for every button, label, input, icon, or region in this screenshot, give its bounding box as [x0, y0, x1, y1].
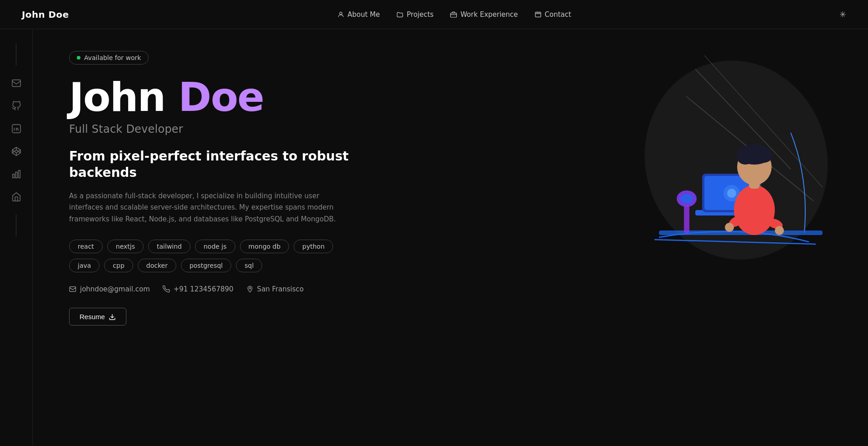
- svg-rect-33: [684, 205, 689, 233]
- mail-icon[interactable]: [11, 78, 21, 88]
- github-icon[interactable]: [11, 101, 21, 111]
- sidebar-top-divider: [16, 44, 16, 65]
- hero-desc: As a passionate full-stack developer, I …: [69, 190, 351, 226]
- hero-illustration: [614, 42, 832, 260]
- tag-mongodb: mongo db: [240, 240, 289, 253]
- linkedin-icon[interactable]: [11, 124, 21, 134]
- navbar-logo: John Doe: [22, 9, 69, 20]
- download-icon: [109, 313, 116, 321]
- layout: Available for work John Doe Full Stack D…: [0, 29, 868, 446]
- svg-point-32: [754, 148, 773, 163]
- hero-name-last: Doe: [178, 74, 264, 120]
- email-icon: [69, 286, 76, 293]
- tag-java: java: [69, 259, 100, 272]
- folder-icon: [396, 11, 404, 18]
- location-text: San Fransisco: [257, 285, 304, 293]
- tag-python: python: [294, 240, 333, 253]
- sun-icon[interactable]: ✳: [839, 10, 846, 19]
- contact-icon: [534, 11, 542, 18]
- contact-location: San Fransisco: [246, 285, 304, 293]
- svg-rect-17: [659, 231, 823, 235]
- navbar-links: About Me Projects Work Experience Contac…: [337, 10, 571, 19]
- nav-projects[interactable]: Projects: [396, 10, 434, 19]
- tag-tailwind: tailwind: [148, 240, 190, 253]
- navbar-right: ✳: [839, 10, 846, 19]
- svg-rect-6: [12, 174, 14, 178]
- svg-point-35: [680, 194, 693, 203]
- tag-cpp: cpp: [104, 259, 133, 272]
- phone-text: +91 1234567890: [174, 285, 234, 293]
- email-text: johndoe@gmail.com: [80, 285, 150, 293]
- navbar: John Doe About Me Projects Work Experien…: [0, 0, 868, 29]
- svg-point-31: [737, 151, 753, 165]
- contact-row: johndoe@gmail.com +91 1234567890 San Fra…: [69, 285, 387, 293]
- location-icon: [246, 286, 254, 293]
- hero-section: Available for work John Doe Full Stack D…: [69, 51, 832, 326]
- tag-sql: sql: [236, 259, 262, 272]
- tag-postgresql: postgresql: [181, 259, 231, 272]
- nav-about[interactable]: About Me: [337, 10, 380, 19]
- hero-title: Full Stack Developer: [69, 123, 387, 135]
- tag-nextjs: nextjs: [107, 240, 144, 253]
- svg-point-22: [727, 189, 736, 198]
- badge-dot: [77, 56, 80, 60]
- svg-rect-8: [18, 170, 20, 178]
- svg-point-10: [249, 288, 250, 289]
- stack-icon[interactable]: [11, 192, 21, 202]
- sidebar: [0, 29, 33, 446]
- user-icon: [337, 11, 344, 18]
- tags-row-2: java cpp docker postgresql sql: [69, 259, 387, 272]
- tags-row-1: react nextjs tailwind node js mongo db p…: [69, 240, 387, 253]
- chart-icon[interactable]: [11, 169, 21, 179]
- available-badge: Available for work: [69, 51, 149, 65]
- hero-left: Available for work John Doe Full Stack D…: [69, 51, 387, 326]
- svg-point-26: [725, 223, 734, 232]
- svg-rect-3: [535, 12, 541, 17]
- svg-point-23: [734, 185, 775, 235]
- illustration-svg: [614, 42, 832, 260]
- nav-work[interactable]: Work Experience: [450, 10, 518, 19]
- contact-phone: +91 1234567890: [163, 285, 234, 293]
- codepen-icon[interactable]: [11, 146, 21, 156]
- svg-rect-4: [12, 80, 20, 87]
- sidebar-bottom-divider: [16, 215, 16, 236]
- svg-rect-9: [70, 287, 75, 292]
- hero-name: John Doe: [69, 77, 387, 117]
- phone-icon: [163, 286, 170, 293]
- briefcase-icon: [450, 11, 457, 18]
- contact-email: johndoe@gmail.com: [69, 285, 150, 293]
- svg-rect-1: [450, 13, 456, 17]
- svg-point-27: [775, 226, 784, 235]
- tag-docker: docker: [138, 259, 176, 272]
- resume-label: Resume: [80, 313, 105, 321]
- resume-button[interactable]: Resume: [69, 308, 126, 326]
- badge-text: Available for work: [84, 54, 141, 61]
- tag-nodejs: node js: [195, 240, 235, 253]
- tag-react: react: [69, 240, 103, 253]
- svg-rect-7: [15, 172, 17, 178]
- main-content: Available for work John Doe Full Stack D…: [33, 29, 868, 446]
- hero-tagline: From pixel-perfect interfaces to robust …: [69, 148, 387, 181]
- hero-name-first: John: [69, 74, 178, 120]
- svg-point-0: [339, 12, 342, 14]
- nav-contact[interactable]: Contact: [534, 10, 571, 19]
